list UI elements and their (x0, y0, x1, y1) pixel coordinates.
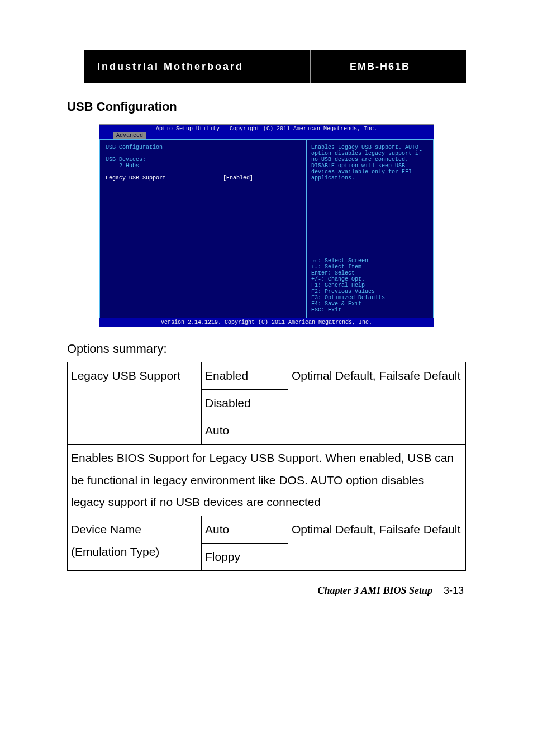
bios-key-line: F4: Save & Exit (311, 301, 429, 307)
cell-option-default: Optimal Default, Failsafe Default (288, 516, 466, 571)
bios-key-line: ESC: Exit (311, 307, 429, 313)
bios-key-line: ↑↓: Select Item (311, 264, 429, 270)
footer-rule (110, 580, 423, 580)
cell-option-value: Enabled (202, 362, 288, 390)
bios-screenshot: Aptio Setup Utility – Copyright (C) 2011… (99, 124, 434, 327)
cell-device-name-line2: (Emulation Type) (71, 545, 159, 558)
table-row: Enables BIOS Support for Legacy USB Supp… (68, 444, 466, 516)
bios-key-line: F3: Optimized Defaults (311, 295, 429, 301)
cell-option-description: Enables BIOS Support for Legacy USB Supp… (68, 444, 466, 516)
section-title: USB Configuration (67, 100, 466, 114)
options-summary-table: Legacy USB Support Enabled Optimal Defau… (67, 362, 466, 571)
bios-body: USB Configuration USB Devices: 2 Hubs Le… (99, 139, 434, 318)
bios-tab-advanced: Advanced (113, 132, 146, 139)
options-summary-label: Options summary: (67, 342, 466, 356)
footer-page-number: 3-13 (444, 585, 464, 596)
cell-option-value: Disabled (202, 389, 288, 417)
cell-option-name: Device Name (Emulation Type) (68, 516, 202, 571)
footer-chapter: Chapter 3 AMI BIOS Setup (318, 585, 432, 596)
cell-option-default: Optimal Default, Failsafe Default (288, 362, 466, 445)
bios-tab-bar: Advanced (99, 132, 434, 139)
bios-key-line: +/-: Change Opt. (311, 276, 429, 282)
bios-usb-config-title: USB Configuration (106, 144, 301, 150)
bios-legacy-usb-row: Legacy USB Support [Enabled] (106, 175, 301, 181)
bios-key-line: F2: Previous Values (311, 289, 429, 295)
bios-usb-devices-label: USB Devices: (106, 157, 301, 163)
cell-option-name: Legacy USB Support (68, 362, 202, 445)
bios-right-panel: Enables Legacy USB support. AUTO option … (306, 139, 434, 318)
table-row: Legacy USB Support Enabled Optimal Defau… (68, 362, 466, 390)
bios-key-line: Enter: Select (311, 270, 429, 276)
cell-option-value: Auto (202, 516, 288, 544)
bios-usb-devices-value: 2 Hubs (106, 163, 301, 169)
table-row: Device Name (Emulation Type) Auto Optima… (68, 516, 466, 544)
bios-key-line: F1: General Help (311, 282, 429, 289)
bios-footer-bar: Version 2.14.1219. Copyright (C) 2011 Am… (99, 318, 434, 327)
header-right-text: EMB-H61B (350, 61, 466, 73)
bios-legacy-usb-value: [Enabled] (223, 175, 253, 181)
cell-device-name-line1: Device Name (71, 523, 141, 536)
bios-help-text: Enables Legacy USB support. AUTO option … (311, 144, 429, 181)
header-left-text: Industrial Motherboard (84, 61, 310, 73)
bios-left-panel: USB Configuration USB Devices: 2 Hubs Le… (99, 139, 306, 318)
cell-option-value: Auto (202, 417, 288, 444)
page-header: Industrial Motherboard EMB-H61B (84, 50, 466, 83)
page-footer: Chapter 3 AMI BIOS Setup 3-13 (67, 585, 466, 597)
cell-option-value: Floppy (202, 544, 288, 571)
bios-legacy-usb-label: Legacy USB Support (106, 175, 223, 181)
header-divider (310, 50, 311, 83)
bios-title-bar: Aptio Setup Utility – Copyright (C) 2011… (99, 125, 434, 132)
bios-key-hints: →←: Select Screen ↑↓: Select Item Enter:… (311, 258, 429, 313)
bios-key-line: →←: Select Screen (311, 258, 429, 264)
